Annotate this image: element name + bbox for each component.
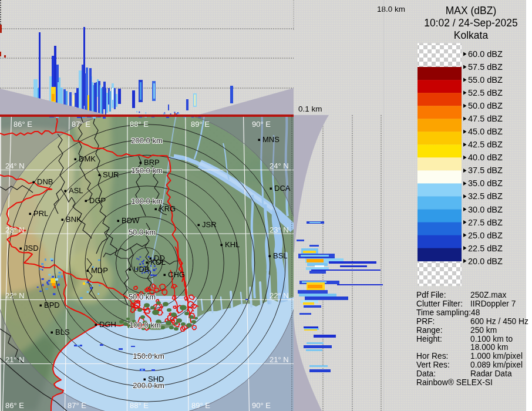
svg-text:KOL: KOL <box>150 258 166 267</box>
svg-text:CHG: CHG <box>168 270 185 279</box>
svg-text:27.5 dBZ: 27.5 dBZ <box>468 218 503 227</box>
svg-text:150.0 km: 150.0 km <box>131 166 162 175</box>
svg-text:100.0 km: 100.0 km <box>129 321 160 329</box>
svg-text:200.0 km: 200.0 km <box>131 136 162 145</box>
svg-text:Kolkata: Kolkata <box>454 29 489 41</box>
svg-text:UDB: UDB <box>133 265 149 274</box>
svg-text:DGH: DGH <box>99 320 116 329</box>
svg-text:22.5 dBZ: 22.5 dBZ <box>468 244 503 253</box>
svg-text:Range:: Range: <box>416 326 443 335</box>
svg-text:Clutter Filter:: Clutter Filter: <box>416 299 463 308</box>
svg-text:50.0 km: 50.0 km <box>129 292 156 301</box>
svg-text:52.5 dBZ: 52.5 dBZ <box>468 88 503 97</box>
svg-text:20.0 dBZ: 20.0 dBZ <box>468 257 503 266</box>
svg-text:23° N: 23° N <box>5 225 25 234</box>
svg-text:BNK: BNK <box>66 215 82 224</box>
svg-text:10:02 / 24-Sep-2025: 10:02 / 24-Sep-2025 <box>424 17 518 29</box>
svg-text:55.0 dBZ: 55.0 dBZ <box>468 75 503 85</box>
svg-text:DNB: DNB <box>37 177 53 186</box>
svg-text:MNS: MNS <box>262 135 280 144</box>
svg-text:87° E: 87° E <box>72 120 90 129</box>
svg-text:88° E: 88° E <box>130 401 149 410</box>
svg-text:IIRDoppler 7: IIRDoppler 7 <box>470 299 516 308</box>
svg-text:89° E: 89° E <box>191 401 210 410</box>
svg-text:PRF:: PRF: <box>416 317 435 326</box>
svg-text:25.0 dBZ: 25.0 dBZ <box>468 231 503 240</box>
svg-text:DMK: DMK <box>79 154 96 163</box>
svg-text:150.0 km: 150.0 km <box>133 352 164 361</box>
svg-text:BDW: BDW <box>122 216 140 225</box>
svg-text:23° N: 23° N <box>270 225 289 234</box>
svg-text:24° N: 24° N <box>270 161 289 170</box>
svg-text:0.100 km to: 0.100 km to <box>470 335 513 343</box>
svg-text:18.000 km: 18.000 km <box>470 343 508 352</box>
svg-text:Time sampling:48: Time sampling:48 <box>416 308 480 317</box>
svg-text:BRP: BRP <box>144 158 160 167</box>
svg-text:22° N: 22° N <box>5 291 25 300</box>
svg-text:ASL: ASL <box>69 186 83 195</box>
svg-text:45.0 dBZ: 45.0 dBZ <box>468 127 503 136</box>
svg-text:0.089 km/pixel: 0.089 km/pixel <box>470 361 523 369</box>
svg-text:21° N: 21° N <box>270 355 289 364</box>
svg-text:86° E: 86° E <box>14 120 32 129</box>
svg-text:57.5 dBZ: 57.5 dBZ <box>468 62 503 72</box>
svg-text:40.0 dBZ: 40.0 dBZ <box>468 153 503 162</box>
svg-text:DCA: DCA <box>274 184 291 193</box>
svg-text:90° E: 90° E <box>252 401 271 410</box>
svg-text:18.0 km: 18.0 km <box>377 5 405 14</box>
svg-text:BLS: BLS <box>55 328 70 336</box>
svg-text:21° N: 21° N <box>5 355 25 364</box>
svg-text:KHL: KHL <box>225 240 240 249</box>
svg-text:KRG: KRG <box>159 204 176 213</box>
svg-text:SHD: SHD <box>148 375 164 383</box>
svg-text:DGP: DGP <box>89 196 106 205</box>
svg-text:Rainbow® SELEX-SI: Rainbow® SELEX-SI <box>416 378 493 387</box>
svg-text:250Z.max: 250Z.max <box>470 291 506 299</box>
svg-text:250 km: 250 km <box>470 326 497 335</box>
svg-text:PRL: PRL <box>33 209 48 218</box>
svg-text:Hor Res:: Hor Res: <box>416 352 448 361</box>
svg-text:32.5 dBZ: 32.5 dBZ <box>468 191 503 201</box>
svg-text:24° N: 24° N <box>5 161 25 170</box>
svg-text:JSD: JSD <box>24 244 39 252</box>
svg-text:Height:: Height: <box>416 335 442 343</box>
svg-text:Data:: Data: <box>416 369 436 378</box>
svg-text:MDP: MDP <box>91 266 108 275</box>
svg-text:50.0 dBZ: 50.0 dBZ <box>468 101 503 110</box>
svg-text:Pdf File:: Pdf File: <box>416 291 446 299</box>
svg-text:90° E: 90° E <box>252 120 271 129</box>
svg-text:87° E: 87° E <box>68 401 86 410</box>
svg-text:22° N: 22° N <box>270 291 289 300</box>
svg-text:JSR: JSR <box>202 220 217 229</box>
svg-text:BSL: BSL <box>273 251 288 260</box>
svg-text:Vert Res:: Vert Res: <box>416 361 450 369</box>
svg-text:BPD: BPD <box>44 301 60 309</box>
svg-text:50.0 km: 50.0 km <box>129 228 156 237</box>
svg-text:60.0 dBZ: 60.0 dBZ <box>468 49 503 59</box>
svg-text:30.0 dBZ: 30.0 dBZ <box>468 205 503 214</box>
svg-text:42.5 dBZ: 42.5 dBZ <box>468 140 503 149</box>
svg-text:600 Hz / 450 Hz: 600 Hz / 450 Hz <box>470 317 528 326</box>
svg-text:47.5 dBZ: 47.5 dBZ <box>468 114 503 123</box>
svg-text:0.1 km: 0.1 km <box>298 105 322 113</box>
svg-text:100.0 km: 100.0 km <box>131 197 162 206</box>
svg-text:89° E: 89° E <box>191 120 210 129</box>
svg-text:35.0 dBZ: 35.0 dBZ <box>468 178 503 188</box>
svg-text:1.000 km/pixel: 1.000 km/pixel <box>470 352 523 361</box>
svg-text:37.5 dBZ: 37.5 dBZ <box>468 166 503 175</box>
svg-text:88° E: 88° E <box>130 120 149 129</box>
svg-text:86° E: 86° E <box>5 401 24 410</box>
svg-text:MAX (dBZ): MAX (dBZ) <box>446 5 497 16</box>
svg-text:Radar Data: Radar Data <box>470 369 512 378</box>
svg-text:SUR: SUR <box>103 170 119 179</box>
